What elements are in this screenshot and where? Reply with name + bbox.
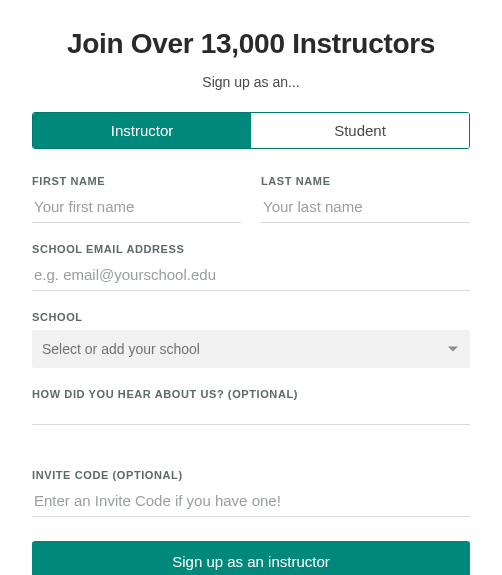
select-school[interactable]: Select or add your school — [32, 330, 470, 368]
page-heading: Join Over 13,000 Instructors — [32, 28, 470, 60]
field-school: SCHOOL Select or add your school — [32, 311, 470, 368]
input-email[interactable] — [32, 262, 470, 291]
label-school: SCHOOL — [32, 311, 470, 323]
label-how-heard: HOW DID YOU HEAR ABOUT US? (OPTIONAL) — [32, 388, 470, 400]
field-how-heard: HOW DID YOU HEAR ABOUT US? (OPTIONAL) — [32, 388, 470, 449]
field-email: SCHOOL EMAIL ADDRESS — [32, 243, 470, 291]
input-first-name[interactable] — [32, 194, 241, 223]
input-invite-code[interactable] — [32, 488, 470, 517]
field-last-name: LAST NAME — [261, 175, 470, 223]
role-tabs: Instructor Student — [32, 112, 470, 149]
tab-student[interactable]: Student — [251, 113, 469, 148]
label-email: SCHOOL EMAIL ADDRESS — [32, 243, 470, 255]
label-first-name: FIRST NAME — [32, 175, 241, 187]
tab-instructor[interactable]: Instructor — [33, 113, 251, 148]
input-how-heard[interactable] — [32, 411, 470, 425]
label-invite-code: INVITE CODE (OPTIONAL) — [32, 469, 470, 481]
input-last-name[interactable] — [261, 194, 470, 223]
submit-button[interactable]: Sign up as an instructor — [32, 541, 470, 575]
field-first-name: FIRST NAME — [32, 175, 241, 223]
label-last-name: LAST NAME — [261, 175, 470, 187]
field-invite-code: INVITE CODE (OPTIONAL) — [32, 469, 470, 517]
page-subheading: Sign up as an... — [32, 74, 470, 90]
